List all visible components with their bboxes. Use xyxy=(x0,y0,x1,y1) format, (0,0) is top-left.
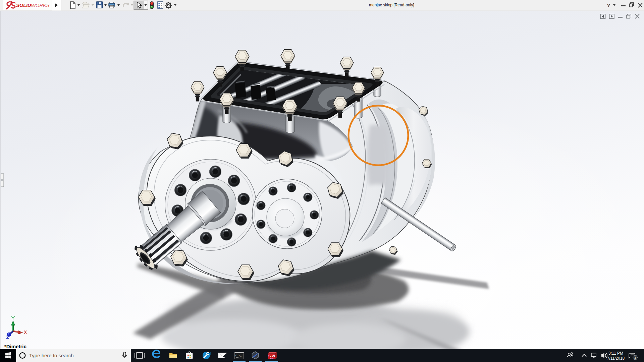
svg-text:7/11/2018: 7/11/2018 xyxy=(607,356,625,361)
svg-text:SOLID: SOLID xyxy=(16,2,31,8)
svg-text:Type here to search: Type here to search xyxy=(29,353,74,358)
svg-text:C:\_: C:\_ xyxy=(235,354,242,357)
svg-text:2017: 2017 xyxy=(270,358,275,360)
svg-text:WORKS: WORKS xyxy=(31,2,49,8)
svg-text:3: 3 xyxy=(634,356,636,359)
svg-text:3:11 PM: 3:11 PM xyxy=(608,351,623,356)
svg-text:?: ? xyxy=(607,2,610,8)
svg-text:*Dimetric: *Dimetric xyxy=(4,344,26,349)
